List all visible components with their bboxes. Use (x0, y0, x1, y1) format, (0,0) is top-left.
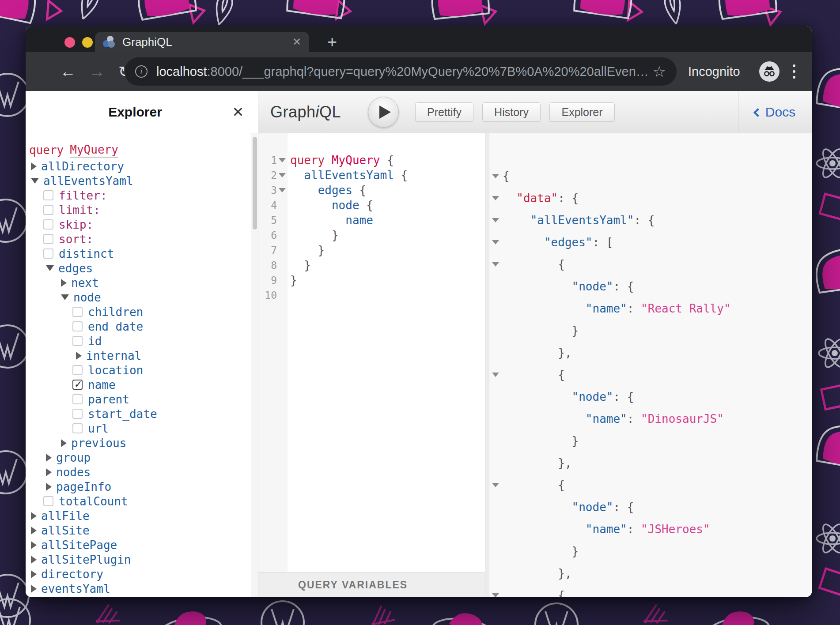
fold-arrow-icon[interactable] (489, 218, 503, 222)
tree-item-label[interactable]: next (71, 276, 99, 290)
tree-item-url[interactable]: url (26, 421, 251, 436)
unchecked-checkbox[interactable] (43, 205, 53, 215)
bookmark-star-icon[interactable]: ☆ (653, 63, 666, 80)
site-info-icon[interactable]: i (135, 65, 148, 78)
expand-arrow-icon[interactable] (46, 468, 52, 476)
tree-item-label[interactable]: nodes (56, 466, 91, 479)
expand-arrow-icon[interactable] (46, 454, 52, 462)
unchecked-checkbox[interactable] (72, 307, 83, 317)
tree-item-pageInfo[interactable]: pageInfo (26, 479, 251, 494)
collapse-arrow-icon[interactable] (31, 178, 39, 184)
expand-arrow-icon[interactable] (46, 483, 52, 491)
editor-code-text[interactable]: } (290, 259, 311, 272)
tree-item-allEventsYaml[interactable]: allEventsYaml (26, 173, 251, 188)
tree-item-label[interactable]: allEventsYaml (43, 174, 133, 188)
tree-item-label[interactable]: pageInfo (56, 480, 111, 493)
tree-item-label[interactable]: eventsYaml (41, 582, 110, 595)
editor-line[interactable]: 10 (258, 288, 485, 303)
tree-item-label[interactable]: id (88, 335, 102, 348)
tree-item-filter[interactable]: filter: (26, 188, 251, 203)
tree-item-label[interactable]: location (88, 364, 143, 377)
fold-arrow-icon[interactable] (489, 240, 503, 245)
docs-button[interactable]: Docs (738, 91, 812, 133)
tree-item-label[interactable]: sort: (59, 233, 93, 246)
editor-line[interactable]: 1query MyQuery { (258, 153, 485, 168)
tree-item-label[interactable]: directory (41, 568, 103, 581)
editor-code-text[interactable]: } (290, 274, 297, 287)
editor-line[interactable]: 5 name (258, 213, 485, 228)
unchecked-checkbox[interactable] (72, 394, 83, 404)
editor-line[interactable]: 3 edges { (258, 183, 485, 198)
history-button[interactable]: History (482, 102, 541, 122)
unchecked-checkbox[interactable] (43, 219, 53, 230)
window-close-button[interactable] (64, 37, 75, 48)
tree-item-eventsYaml[interactable]: eventsYaml (26, 581, 251, 596)
fold-arrow-icon[interactable] (489, 373, 503, 377)
fold-arrow-icon[interactable] (489, 483, 503, 487)
editor-code-text[interactable]: edges { (290, 184, 366, 197)
tree-item-group[interactable]: group (26, 450, 251, 465)
editor-line[interactable]: 2 allEventsYaml { (258, 168, 485, 183)
editor-line[interactable]: 6 } (258, 228, 485, 243)
tree-item-sort[interactable]: sort: (26, 232, 251, 246)
tree-item-edges[interactable]: edges (26, 261, 251, 275)
tree-item-end_date[interactable]: end_date (26, 319, 251, 334)
editor-line[interactable]: 7 } (258, 243, 485, 258)
unchecked-checkbox[interactable] (43, 190, 53, 200)
tree-item-label[interactable]: allSite (41, 524, 90, 537)
unchecked-checkbox[interactable] (43, 496, 53, 506)
tree-item-label[interactable]: previous (71, 437, 126, 450)
editor-line[interactable]: 9} (258, 273, 485, 288)
expand-arrow-icon[interactable] (31, 570, 37, 578)
editor-line[interactable]: 8 } (258, 258, 485, 273)
fold-arrow-icon[interactable] (277, 173, 288, 177)
unchecked-checkbox[interactable] (72, 336, 83, 346)
checked-checkbox[interactable] (72, 380, 83, 390)
tree-item-allSitePage[interactable]: allSitePage (26, 538, 251, 552)
tree-item-limit[interactable]: limit: (26, 203, 251, 217)
scrollbar-thumb[interactable] (253, 137, 257, 230)
execute-query-button[interactable] (368, 97, 399, 128)
tree-item-location[interactable]: location (26, 363, 251, 377)
expand-arrow-icon[interactable] (76, 352, 82, 360)
collapse-arrow-icon[interactable] (46, 265, 54, 271)
tree-item-allDirectory[interactable]: allDirectory (26, 159, 251, 173)
tree-item-label[interactable]: allFile (41, 509, 90, 523)
tree-item-allSite[interactable]: allSite (26, 523, 251, 538)
new-tab-button[interactable]: + (321, 32, 344, 52)
unchecked-checkbox[interactable] (43, 248, 53, 259)
explorer-scrollbar[interactable] (251, 133, 258, 597)
tree-item-nodes[interactable]: nodes (26, 465, 251, 479)
forward-icon[interactable]: → (89, 64, 105, 79)
tree-item-label[interactable]: filter: (59, 189, 107, 202)
query-variables-bar[interactable]: QUERY VARIABLES (258, 572, 485, 597)
expand-arrow-icon[interactable] (31, 585, 37, 593)
query-editor[interactable]: 1query MyQuery {2 allEventsYaml {3 edges… (258, 133, 485, 597)
tree-item-label[interactable]: totalCount (59, 495, 128, 508)
tree-item-label[interactable]: allSitePlugin (41, 553, 131, 566)
expand-arrow-icon[interactable] (31, 512, 37, 520)
tree-item-label[interactable]: internal (86, 349, 141, 362)
unchecked-checkbox[interactable] (72, 321, 83, 331)
explorer-toggle-button[interactable]: Explorer (549, 102, 615, 122)
expand-arrow-icon[interactable] (31, 541, 37, 549)
tree-item-next[interactable]: next (26, 275, 251, 290)
unchecked-checkbox[interactable] (72, 423, 83, 433)
editor-code-text[interactable]: query MyQuery { (290, 154, 394, 167)
fold-arrow-icon[interactable] (489, 262, 503, 267)
tree-item-children[interactable]: children (26, 305, 251, 319)
editor-code-text[interactable]: node { (290, 199, 373, 212)
tree-item-label[interactable]: distinct (59, 247, 114, 260)
tree-item-allSitePlugin[interactable]: allSitePlugin (26, 552, 251, 567)
tree-item-skip[interactable]: skip: (26, 217, 251, 232)
tree-item-label[interactable]: start_date (88, 407, 157, 421)
tree-item-name[interactable]: name (26, 377, 251, 392)
tree-item-node[interactable]: node (26, 290, 251, 305)
back-icon[interactable]: ← (60, 64, 76, 79)
tree-item-label[interactable]: limit: (59, 203, 100, 217)
window-minimize-button[interactable] (82, 37, 93, 48)
expand-arrow-icon[interactable] (31, 162, 37, 170)
address-bar[interactable]: i localhost:8000/___graphql?query=query%… (125, 57, 677, 86)
pane-resize-handle[interactable] (485, 133, 489, 597)
tree-item-previous[interactable]: previous (26, 436, 251, 450)
